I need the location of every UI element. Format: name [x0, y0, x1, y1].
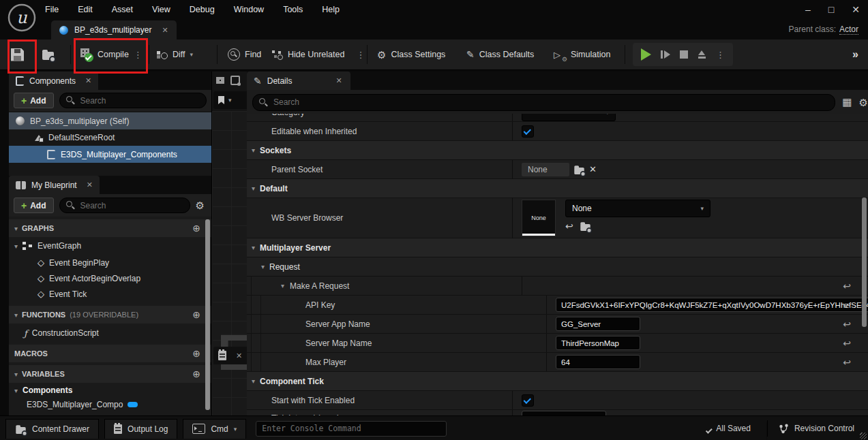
details-settings-gear-icon[interactable]: ⚙ [859, 97, 868, 108]
server-map-name-field[interactable] [556, 336, 640, 350]
tree-item-event-tick[interactable]: ◇ Event Tick [9, 286, 211, 302]
menu-file[interactable]: File [45, 5, 59, 14]
browse-socket-icon[interactable] [574, 167, 584, 174]
components-search-input[interactable] [79, 95, 200, 106]
section-default[interactable]: ▾ Default [247, 179, 868, 198]
server-app-name-field[interactable] [556, 317, 640, 331]
browse-to-asset-icon[interactable] [580, 223, 590, 230]
add-macro-icon[interactable]: ⊕ [192, 348, 200, 359]
stop-button[interactable] [680, 50, 688, 59]
tree-item-self[interactable]: BP_e3ds_multiplayer (Self) [9, 112, 211, 129]
reset-to-default-icon[interactable]: ↩ [843, 357, 851, 368]
parent-socket-field[interactable]: None [522, 163, 569, 176]
variables-components-category[interactable]: ▾ Components [9, 383, 211, 398]
tick-interval-field[interactable] [522, 411, 606, 415]
simulation-button[interactable]: ▷⚙ Simulation [554, 40, 610, 69]
close-tab-icon[interactable]: ✕ [162, 26, 168, 35]
class-defaults-button[interactable]: ✎ Class Defaults [466, 40, 534, 69]
output-log-button[interactable]: Output Log [104, 419, 177, 439]
tree-item-e3ds-multiplayer-components[interactable]: E3DS_Multiplayer_Components [9, 146, 211, 163]
maximize-button[interactable]: □ [828, 4, 834, 15]
compiler-results-tab[interactable]: ✕ [213, 347, 251, 364]
close-panel-icon[interactable]: ✕ [236, 351, 242, 360]
close-panel-icon[interactable]: ✕ [335, 76, 342, 85]
add-component-button[interactable]: + Add [14, 93, 54, 108]
hide-unrelated-options-icon[interactable]: ⋮ [356, 50, 365, 60]
menu-edit[interactable]: Edit [78, 5, 93, 14]
eject-button[interactable] [698, 50, 706, 59]
section-sockets[interactable]: ▾ Sockets [247, 141, 868, 160]
reset-to-default-icon[interactable]: ↩ [843, 338, 851, 349]
browse-asset-button[interactable] [42, 40, 54, 69]
add-function-icon[interactable]: ⊕ [192, 309, 200, 320]
wb-server-browser-dropdown[interactable]: None ▾ [565, 200, 710, 217]
property-matrix-icon[interactable]: ▦ [842, 96, 852, 108]
functions-section-header[interactable]: ▾ FUNCTIONS (19 OVERRIDABLE) ⊕ [9, 306, 211, 324]
reset-to-default-icon[interactable]: ↩ [843, 300, 851, 311]
bookmarks-control[interactable]: ▾ [213, 91, 250, 109]
subsection-request[interactable]: ▾ Request [247, 257, 868, 277]
menu-debug[interactable]: Debug [190, 5, 215, 14]
tree-item-construction-script[interactable]: ƒ ConstructionScript [9, 324, 211, 343]
close-window-button[interactable]: ✕ [852, 4, 860, 15]
close-panel-icon[interactable]: ✕ [85, 76, 91, 85]
graphs-section-header[interactable]: ▾ GRAPHS ⊕ [9, 219, 211, 237]
api-key-field[interactable] [556, 298, 868, 312]
use-selected-asset-icon[interactable]: ↩ [565, 221, 573, 231]
section-component-tick[interactable]: ▾ Component Tick [247, 372, 868, 391]
toolbar-overflow-button[interactable]: » [852, 40, 858, 69]
diff-button[interactable]: Diff ▾ [157, 40, 193, 69]
hide-unrelated-button[interactable]: Hide Unrelated ⋮ [271, 40, 365, 69]
cmd-button[interactable]: Cmd ▾ [183, 419, 246, 439]
menu-window[interactable]: Window [234, 5, 264, 14]
start-with-tick-enabled-checkbox[interactable] [522, 394, 534, 407]
blueprint-settings-gear-icon[interactable]: ⚙ [196, 200, 205, 210]
tree-item-event-actorbeginoverlap[interactable]: ◇ Event ActorBeginOverlap [9, 270, 211, 286]
menu-tools[interactable]: Tools [283, 5, 303, 14]
tree-item-eventgraph[interactable]: ▾ EventGraph [9, 237, 211, 255]
menu-asset[interactable]: Asset [112, 5, 133, 14]
window-resize-grip[interactable] [860, 433, 867, 439]
my-blueprint-tab[interactable]: My Blueprint ✕ [9, 176, 100, 194]
minimize-button[interactable]: – [805, 4, 811, 15]
details-scrollbar[interactable] [862, 198, 867, 327]
details-tab[interactable]: ✎ Details ✕ [247, 72, 350, 90]
components-tab[interactable]: Components ✕ [9, 72, 98, 90]
wb-server-browser-thumbnail[interactable]: None [522, 200, 556, 236]
reset-to-default-icon[interactable]: ↩ [843, 281, 851, 292]
add-graph-icon[interactable]: ⊕ [192, 223, 200, 234]
find-button[interactable]: Find [228, 40, 261, 69]
category-dropdown[interactable]: ▾ [522, 114, 616, 121]
revision-control-button[interactable]: Revision Control [767, 420, 854, 437]
viewport-tab-icon[interactable] [216, 77, 224, 84]
menu-view[interactable]: View [152, 5, 170, 14]
section-multiplayer-server[interactable]: ▾ Multiplayer Server [247, 238, 868, 257]
close-panel-icon[interactable]: ✕ [87, 180, 93, 189]
class-settings-button[interactable]: ⚙ Class Settings [377, 40, 445, 69]
content-drawer-button[interactable]: Content Drawer [5, 419, 99, 439]
my-blueprint-scrollbar[interactable] [205, 219, 210, 410]
all-saved-status[interactable]: All Saved [700, 424, 751, 434]
macros-section-header[interactable]: MACROS ⊕ [9, 345, 211, 362]
my-blueprint-search-input[interactable] [79, 200, 183, 211]
tree-item-default-scene-root[interactable]: DefaultSceneRoot [9, 129, 211, 146]
frame-skip-button[interactable] [661, 50, 670, 59]
add-blueprint-item-button[interactable]: + Add [14, 198, 54, 213]
clear-socket-icon[interactable]: ✕ [589, 164, 597, 174]
variable-e3ds-multiplayer-compo[interactable]: E3DS_Multiplayer_Compo [9, 398, 211, 411]
details-search-input[interactable] [272, 97, 828, 108]
asset-tab-bp-e3ds-multiplayer[interactable]: BP_e3ds_multiplayer ✕ [51, 20, 177, 40]
reset-to-default-icon[interactable]: ↩ [843, 319, 851, 330]
variables-section-header[interactable]: ▾ VARIABLES ⊕ [9, 365, 211, 383]
console-command-input[interactable] [256, 421, 447, 437]
add-variable-icon[interactable]: ⊕ [192, 368, 200, 379]
play-options-icon[interactable]: ⋮ [716, 50, 725, 60]
property-row-make-a-request[interactable]: ▾ Make A Request ↩ [247, 277, 868, 296]
play-button[interactable] [641, 48, 651, 61]
max-player-field[interactable] [556, 355, 640, 369]
editable-when-inherited-checkbox[interactable] [522, 125, 534, 138]
tree-item-event-beginplay[interactable]: ◇ Event BeginPlay [9, 255, 211, 270]
menu-help[interactable]: Help [322, 5, 340, 14]
event-graph-tab-icon[interactable] [230, 76, 240, 85]
parent-class-link[interactable]: Actor [839, 25, 858, 35]
